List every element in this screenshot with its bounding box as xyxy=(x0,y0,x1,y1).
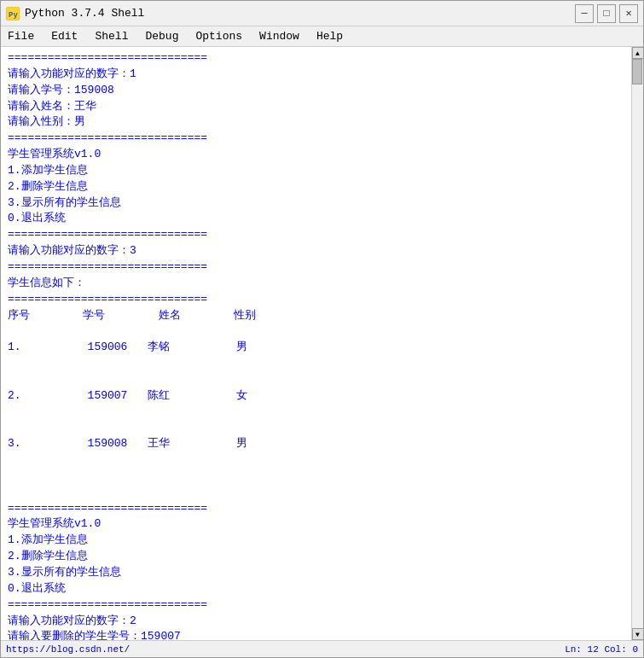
menu-bar: File Edit Shell Debug Options Window Hel… xyxy=(1,26,643,47)
title-bar-left: Py Python 3.7.4 Shell xyxy=(6,7,144,20)
status-bar: https://blog.csdn.net/ Ln: 12 Col: 0 xyxy=(1,640,643,657)
menu-shell[interactable]: Shell xyxy=(91,30,131,43)
app-icon: Py xyxy=(6,7,20,20)
maximize-button[interactable]: □ xyxy=(597,4,616,23)
menu-edit[interactable]: Edit xyxy=(48,30,81,43)
svg-text:Py: Py xyxy=(9,11,18,20)
scroll-down-arrow[interactable]: ▼ xyxy=(632,628,644,640)
menu-debug[interactable]: Debug xyxy=(142,30,182,43)
main-window: Py Python 3.7.4 Shell — □ ✕ File Edit Sh… xyxy=(0,0,644,658)
window-controls: — □ ✕ xyxy=(575,4,638,23)
scroll-up-arrow[interactable]: ▲ xyxy=(632,47,644,59)
menu-help[interactable]: Help xyxy=(313,30,346,43)
menu-window[interactable]: Window xyxy=(256,30,303,43)
window-title: Python 3.7.4 Shell xyxy=(25,7,144,20)
minimize-button[interactable]: — xyxy=(575,4,594,23)
status-position: Ln: 12 Col: 0 xyxy=(565,644,638,655)
shell-output[interactable]: ============================== 请输入功能对应的数… xyxy=(1,47,631,640)
close-button[interactable]: ✕ xyxy=(619,4,638,23)
content-area: ============================== 请输入功能对应的数… xyxy=(1,47,643,640)
menu-file[interactable]: File xyxy=(4,30,38,43)
scrollbar[interactable]: ▲ ▼ xyxy=(631,47,643,640)
menu-options[interactable]: Options xyxy=(192,30,246,43)
scroll-track[interactable] xyxy=(632,59,643,628)
status-link: https://blog.csdn.net/ xyxy=(6,644,130,655)
scroll-thumb[interactable] xyxy=(632,59,642,84)
title-bar: Py Python 3.7.4 Shell — □ ✕ xyxy=(1,1,643,26)
